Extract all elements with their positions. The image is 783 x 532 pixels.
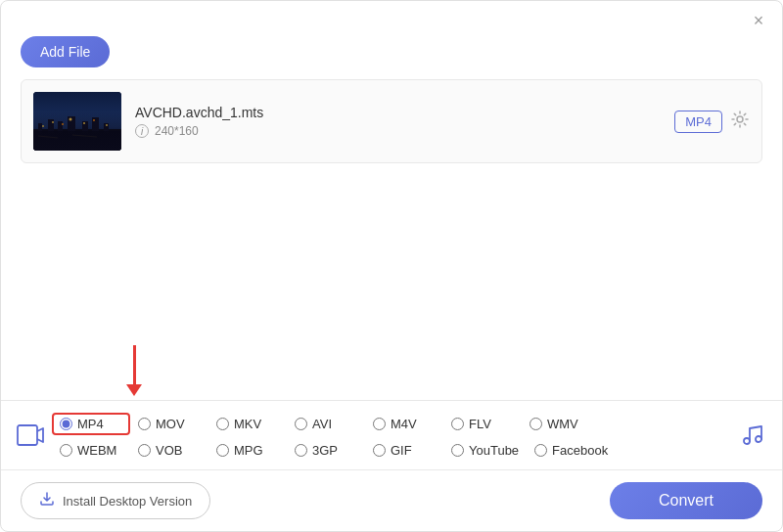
file-actions: MP4 — [674, 110, 750, 134]
svg-point-10 — [52, 121, 54, 123]
video-format-icon[interactable] — [9, 404, 52, 466]
svg-point-12 — [69, 118, 72, 121]
svg-line-18 — [72, 135, 97, 137]
svg-line-17 — [38, 136, 58, 138]
arrow-head — [126, 384, 142, 396]
format-options: MP4 MOV MKV AVI M4V FLV WM — [52, 401, 731, 469]
format-option-3gp[interactable]: 3GP — [287, 443, 365, 458]
svg-rect-5 — [68, 116, 75, 133]
svg-rect-16 — [33, 131, 121, 151]
svg-rect-20 — [18, 425, 37, 445]
svg-point-9 — [42, 125, 44, 127]
info-icon: i — [135, 124, 149, 138]
output-format-badge: MP4 — [674, 111, 722, 133]
format-option-flv[interactable]: FLV — [443, 417, 522, 431]
file-info: AVCHD.avchd_1.mts i 240*160 — [135, 105, 661, 138]
svg-rect-2 — [38, 123, 42, 133]
red-arrow — [126, 345, 142, 396]
format-option-gif[interactable]: GIF — [365, 443, 443, 458]
format-option-mkv[interactable]: MKV — [208, 417, 287, 431]
svg-point-14 — [93, 119, 95, 121]
format-option-vob[interactable]: VOB — [130, 443, 208, 458]
bottom-bar: Install Desktop Version Convert — [1, 470, 782, 531]
svg-rect-3 — [48, 119, 54, 133]
add-file-button[interactable]: Add File — [21, 36, 110, 67]
svg-point-21 — [744, 438, 750, 444]
svg-rect-1 — [33, 129, 121, 151]
file-resolution: 240*160 — [155, 124, 199, 138]
format-option-facebook[interactable]: Facebook — [527, 443, 616, 458]
svg-rect-6 — [82, 121, 88, 133]
thumbnail-image — [33, 92, 121, 151]
svg-point-15 — [106, 124, 108, 126]
title-bar: × — [1, 1, 782, 36]
svg-rect-4 — [58, 121, 63, 133]
format-row-2: WEBM VOB MPG 3GP GIF YouTube — [52, 439, 731, 462]
svg-point-13 — [83, 122, 85, 124]
toolbar: Add File — [1, 36, 782, 79]
convert-button[interactable]: Convert — [610, 482, 762, 519]
format-option-m4v[interactable]: M4V — [365, 417, 443, 431]
file-name: AVCHD.avchd_1.mts — [135, 105, 661, 120]
install-desktop-button[interactable]: Install Desktop Version — [21, 482, 210, 519]
file-meta: i 240*160 — [135, 124, 661, 138]
download-icon — [39, 491, 55, 510]
content-spacer — [1, 163, 782, 345]
svg-point-11 — [62, 123, 64, 125]
svg-rect-0 — [33, 92, 121, 151]
format-panel: MP4 MOV MKV AVI M4V FLV WM — [1, 400, 782, 470]
arrow-indicator-container — [1, 345, 782, 400]
format-row-1: MP4 MOV MKV AVI M4V FLV WM — [52, 409, 731, 439]
format-option-mp4[interactable]: MP4 — [52, 413, 130, 435]
format-option-mov[interactable]: MOV — [130, 417, 208, 431]
svg-point-19 — [737, 116, 743, 122]
format-option-youtube[interactable]: YouTube — [443, 443, 527, 458]
format-option-webm[interactable]: WEBM — [52, 443, 130, 458]
settings-button[interactable] — [730, 110, 750, 134]
format-option-wmv[interactable]: WMV — [522, 417, 600, 431]
format-option-mpg[interactable]: MPG — [208, 443, 287, 458]
svg-rect-8 — [104, 123, 109, 133]
file-list: AVCHD.avchd_1.mts i 240*160 MP4 — [21, 79, 762, 163]
file-thumbnail — [33, 92, 121, 151]
close-button[interactable]: × — [751, 13, 766, 28]
audio-format-icon[interactable] — [731, 404, 774, 466]
install-label: Install Desktop Version — [63, 494, 192, 509]
format-option-avi[interactable]: AVI — [287, 417, 365, 431]
app-window: × Add File — [0, 0, 783, 532]
svg-rect-7 — [92, 117, 99, 133]
arrow-line — [133, 345, 136, 384]
